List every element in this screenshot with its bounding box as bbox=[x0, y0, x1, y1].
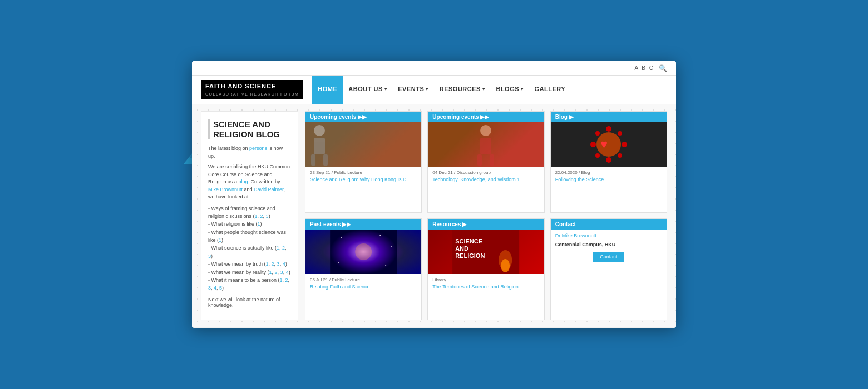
blog-next: Next we will look at the nature of knowl… bbox=[208, 297, 291, 308]
card-date: 23 Sep 21 / Public Lecture bbox=[310, 170, 417, 175]
card-date: 22.04.2020 / Blog bbox=[555, 170, 662, 175]
card-body-resources: Library The Territories of Science and R… bbox=[428, 274, 544, 294]
svg-point-22 bbox=[355, 243, 372, 260]
card-upcoming-2: Upcoming events ▶▶ 0 bbox=[427, 111, 544, 213]
svg-point-24 bbox=[379, 235, 381, 236]
svg-point-26 bbox=[338, 262, 339, 263]
list-item: - What science is actually like (1, 2, 3… bbox=[208, 244, 291, 260]
author2-link[interactable]: David Palmer bbox=[254, 187, 284, 192]
site-header: FAITH AND SCIENCE COLLABORATIVE RESEARCH… bbox=[192, 76, 676, 104]
svg-rect-4 bbox=[314, 138, 325, 154]
nav-bar: HOME ABOUT US ▾ EVENTS ▾ RESOURCES ▾ BLO… bbox=[312, 76, 571, 104]
svg-point-14 bbox=[590, 142, 596, 147]
card-link[interactable]: Technology, Knowledge, and Wisdom 1 bbox=[432, 177, 520, 182]
card-body-past: 05 Jul 21 / Public Lecture Relating Fait… bbox=[305, 274, 421, 294]
search-icon[interactable]: 🔍 bbox=[659, 64, 667, 72]
card-header-upcoming-2[interactable]: Upcoming events ▶▶ bbox=[428, 112, 544, 122]
svg-point-23 bbox=[341, 237, 342, 238]
blog-intro: The latest blog on persons is now up. bbox=[208, 145, 291, 160]
logo[interactable]: FAITH AND SCIENCE COLLABORATIVE RESEARCH… bbox=[201, 80, 303, 99]
svg-rect-5 bbox=[311, 154, 315, 166]
galaxy-image bbox=[305, 230, 421, 274]
top-bar: A B C 🔍 bbox=[192, 61, 676, 76]
card-header-blog[interactable]: Blog ▶ bbox=[551, 112, 667, 122]
svg-point-27 bbox=[385, 265, 386, 266]
card-link[interactable]: The Territories of Science and Religion bbox=[432, 284, 518, 290]
blog-section: SCIENCE AND RELIGION BLOG The latest blo… bbox=[201, 111, 298, 320]
card-contact: Contact Dr Mike Brownnutt Centennial Cam… bbox=[550, 218, 667, 320]
nav-events[interactable]: EVENTS ▾ bbox=[392, 76, 434, 104]
card-header-resources[interactable]: Resources ▶ bbox=[428, 219, 544, 230]
virus-image: ♥ bbox=[551, 122, 667, 167]
svg-point-13 bbox=[606, 157, 611, 163]
card-blog: Blog ▶ bbox=[550, 111, 667, 213]
browser-window: A B C 🔍 FAITH AND SCIENCE COLLABORATIVE … bbox=[192, 61, 676, 328]
card-upcoming-1: Upcoming events ▶▶ bbox=[305, 111, 422, 213]
svg-rect-8 bbox=[480, 138, 491, 154]
nav-gallery[interactable]: GALLERY bbox=[529, 76, 571, 104]
card-image-upcoming-1 bbox=[305, 122, 421, 167]
author1-link[interactable]: Mike Brownnutt bbox=[208, 187, 243, 192]
blog-link[interactable]: blog bbox=[239, 179, 248, 184]
card-image-resources: SCIENCE AND RELIGION bbox=[428, 230, 544, 274]
list-item: - What religion is like (1) bbox=[208, 220, 291, 228]
card-date: 05 Jul 21 / Public Lecture bbox=[310, 277, 417, 282]
person-red-image bbox=[428, 122, 544, 167]
card-body-blog: 22.04.2020 / Blog Following the Science bbox=[551, 167, 667, 187]
contact-location: Centennial Campus, HKU bbox=[555, 242, 662, 247]
card-header-past[interactable]: Past events ▶▶ bbox=[305, 219, 421, 230]
card-past: Past events ▶▶ bbox=[305, 218, 422, 320]
card-link[interactable]: Science and Religion: Why Hong Kong Is D… bbox=[310, 177, 411, 182]
card-link[interactable]: Relating Faith and Science bbox=[310, 284, 370, 290]
list-item: - What people thought science was like (… bbox=[208, 228, 291, 245]
card-body-upcoming-1: 23 Sep 21 / Public Lecture Science and R… bbox=[305, 167, 421, 187]
svg-point-7 bbox=[480, 125, 491, 136]
card-body-contact: Dr Mike Brownnutt Centennial Campus, HKU… bbox=[551, 230, 667, 265]
svg-text:♥: ♥ bbox=[600, 137, 608, 151]
outer-background: A B C 🔍 FAITH AND SCIENCE COLLABORATIVE … bbox=[0, 0, 868, 389]
nav-about[interactable]: ABOUT US ▾ bbox=[343, 76, 392, 104]
svg-point-18 bbox=[595, 153, 600, 158]
list-item: - What we mean by truth (1, 2, 3, 4) bbox=[208, 260, 291, 268]
contact-name[interactable]: Dr Mike Brownnutt bbox=[555, 233, 662, 240]
cards-grid: Upcoming events ▶▶ bbox=[305, 111, 667, 320]
card-body-upcoming-2: 04 Dec 21 / Discussion group Technology,… bbox=[428, 167, 544, 187]
card-header-contact: Contact bbox=[551, 219, 667, 230]
card-date: Library bbox=[432, 277, 539, 282]
nav-home[interactable]: HOME bbox=[312, 76, 343, 104]
card-link[interactable]: Following the Science bbox=[555, 177, 604, 182]
svg-text:AND: AND bbox=[455, 245, 468, 252]
svg-point-16 bbox=[595, 131, 600, 136]
card-image-blog: ♥ bbox=[551, 122, 667, 167]
nav-resources[interactable]: RESOURCES ▾ bbox=[434, 76, 491, 104]
science-religion-image: SCIENCE AND RELIGION bbox=[428, 230, 544, 274]
blog-title: SCIENCE AND RELIGION BLOG bbox=[208, 119, 291, 139]
svg-point-19 bbox=[618, 153, 622, 158]
list-item: - What it means to be a person (1, 2, 3,… bbox=[208, 276, 291, 292]
chevron-down-icon: ▾ bbox=[521, 87, 524, 92]
chevron-down-icon: ▾ bbox=[426, 87, 428, 92]
svg-rect-10 bbox=[490, 154, 494, 166]
card-header-upcoming-1[interactable]: Upcoming events ▶▶ bbox=[305, 112, 421, 122]
svg-text:SCIENCE: SCIENCE bbox=[455, 238, 482, 245]
svg-point-15 bbox=[622, 142, 627, 147]
blog-list: - Ways of framing science and religion d… bbox=[208, 205, 291, 292]
svg-text:RELIGION: RELIGION bbox=[455, 252, 485, 259]
nav-blogs[interactable]: BLOGS ▾ bbox=[490, 76, 529, 104]
svg-point-17 bbox=[618, 131, 622, 136]
contact-button[interactable]: Contact bbox=[593, 252, 624, 262]
logo-subtitle: COLLABORATIVE RESEARCH FORUM bbox=[205, 92, 299, 97]
abc-links[interactable]: A B C bbox=[634, 65, 654, 71]
chevron-down-icon: ▾ bbox=[482, 87, 485, 92]
list-item: - What we mean by reality (1, 2, 3, 4) bbox=[208, 268, 291, 276]
person-standing-image bbox=[305, 122, 421, 167]
svg-point-3 bbox=[314, 125, 325, 136]
card-resources: Resources ▶ SCIENCE AND RELIGION bbox=[427, 218, 544, 320]
svg-rect-6 bbox=[323, 154, 328, 166]
main-content: SCIENCE AND RELIGION BLOG The latest blo… bbox=[192, 104, 676, 327]
chevron-down-icon: ▾ bbox=[384, 87, 387, 92]
list-item: - Ways of framing science and religion d… bbox=[208, 205, 291, 221]
logo-title: FAITH AND SCIENCE bbox=[205, 82, 299, 91]
persons-link[interactable]: persons bbox=[249, 146, 267, 151]
card-image-upcoming-2 bbox=[428, 122, 544, 167]
